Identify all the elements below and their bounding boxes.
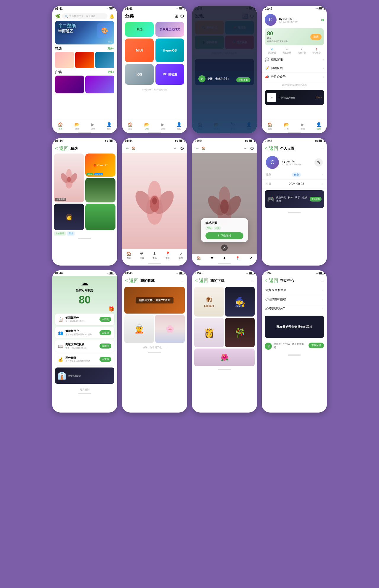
- ctrl-loc[interactable]: 📍 锁屏: [165, 251, 170, 260]
- points-ad-banner[interactable]: 👔 高端讲座活动: [55, 368, 114, 384]
- tab-home-4[interactable]: 🏠 首页: [267, 122, 272, 130]
- ctrl-home[interactable]: 🏠 首页: [126, 251, 131, 260]
- fav-abstract[interactable]: 🌸: [155, 315, 185, 343]
- ctrl-home-7[interactable]: 🏠: [197, 256, 201, 260]
- tab-cat-1[interactable]: 📂 分类: [74, 122, 79, 130]
- help-dl-btn[interactable]: 下载游戏: [309, 343, 324, 348]
- time-5: 01:44: [55, 139, 63, 143]
- ctrl-like[interactable]: ❤ 收藏: [140, 251, 144, 260]
- tab-cat-4[interactable]: 📂 分类: [284, 122, 289, 130]
- dl-item-char-3[interactable]: 🎋: [225, 318, 255, 347]
- edit-avatar-btn[interactable]: ✎: [314, 158, 323, 167]
- ctrl-loc-7[interactable]: 📍: [235, 256, 240, 260]
- selected-more[interactable]: 更多>: [107, 47, 114, 50]
- menu-follow[interactable]: 📣 关注公众号 ›: [262, 73, 327, 81]
- tab-motion-4[interactable]: ▶ 运动: [301, 122, 305, 130]
- dl-item-char-4[interactable]: 🌺: [194, 349, 255, 366]
- bell-icon[interactable]: 🔔: [109, 14, 114, 19]
- tab-cat-2[interactable]: 📂 分类: [144, 122, 149, 130]
- stat-help[interactable]: ❓ 帮助中心: [312, 48, 321, 54]
- plaza-thumb-2[interactable]: [85, 76, 114, 93]
- wall-item-rb[interactable]: [85, 178, 115, 202]
- thumb-1[interactable]: [55, 52, 74, 68]
- overlay-dl-btn[interactable]: ⬇ 下载海报: [205, 232, 243, 239]
- tab-motion-1[interactable]: ▶ 运动: [91, 122, 95, 130]
- tab-home-1[interactable]: 🏠 首页: [58, 122, 63, 130]
- back-button-6[interactable]: ←: [125, 146, 130, 151]
- options-icon-8[interactable]: ···: [321, 147, 324, 151]
- thumb-3[interactable]: [95, 52, 114, 68]
- options-icon-5[interactable]: ···: [111, 147, 114, 151]
- task-recharge-btn[interactable]: 去充值: [99, 357, 111, 362]
- back-button-8[interactable]: < 返回: [265, 146, 278, 152]
- options-12[interactable]: ···: [321, 279, 324, 283]
- game-ad-banner[interactable]: 🎮 换游戏统，抽神，终于，但缘枚余 下载游戏: [265, 190, 324, 208]
- tab-me-1[interactable]: 👤 我的: [107, 122, 112, 130]
- ctrl-dl-7[interactable]: ⬇: [223, 256, 226, 260]
- grid-icon[interactable]: ⊞: [174, 13, 178, 19]
- ad-banner[interactable]: TI TI 高精度实验室 活动 >: [265, 90, 324, 105]
- menu-service[interactable]: 💬 在线客服 ›: [262, 55, 327, 64]
- ctrl-share-7[interactable]: ↗: [249, 256, 252, 260]
- cat-ios[interactable]: IOS: [125, 64, 154, 85]
- game-dl-btn[interactable]: 立即下载: [236, 77, 250, 82]
- back-button-7[interactable]: ←: [195, 146, 200, 151]
- plaza-thumb-1[interactable]: [55, 76, 84, 93]
- stat-dl[interactable]: ⬇ 我的下载: [298, 48, 306, 54]
- dl-item-char-2[interactable]: 👸: [194, 318, 224, 347]
- gift-icon: 🎁: [108, 306, 114, 312]
- cat-hyperos[interactable]: HyperOS: [155, 39, 184, 62]
- cat-mc[interactable]: MC 酱动漫: [155, 64, 184, 85]
- cat-miui[interactable]: MIUI: [125, 39, 154, 62]
- overlay-tags: #CG 小米: [205, 226, 243, 230]
- back-button-12[interactable]: < 返回: [265, 278, 278, 284]
- task-invite-btn[interactable]: 去邀请: [99, 330, 111, 335]
- stat-fav[interactable]: ❤ 我的收藏: [283, 48, 291, 54]
- ad-cta[interactable]: 活动 >: [316, 96, 322, 99]
- dl-item-char-1[interactable]: 🧙: [225, 287, 255, 317]
- search-bar[interactable]: 🔍 怎么描述中来，等于描述: [62, 13, 107, 19]
- cat-featured[interactable]: 精选: [125, 22, 154, 37]
- help-item-disclaimer[interactable]: 免责 & 版权声明 ›: [262, 286, 327, 295]
- task-signin-btn[interactable]: 去签到: [99, 317, 111, 322]
- fav-char-1[interactable]: 🧝: [124, 315, 154, 343]
- cat-history[interactable]: 公众号历史推文: [155, 22, 184, 37]
- tab-motion-2[interactable]: ▶ 运动: [161, 122, 165, 130]
- invite-button[interactable]: 邀请: [310, 34, 322, 40]
- help-item-points[interactable]: 如何获取积分? ›: [262, 304, 327, 313]
- stat-points[interactable]: 💎 我的积分: [268, 48, 276, 54]
- help-ad-banner[interactable]: 现在开始帮你选择你的武将: [265, 316, 324, 338]
- menu-feedback[interactable]: 📝 问题反馈 ›: [262, 64, 327, 73]
- wall-item-tall[interactable]: 缤果羽翼: [54, 154, 84, 202]
- settings-icon-7[interactable]: ⚙: [250, 146, 254, 151]
- qr-icon[interactable]: ⊞: [321, 18, 324, 22]
- tab-home-2[interactable]: 🏠 首页: [128, 122, 133, 130]
- home-banner[interactable]: 半二壁纸 半而通乙 🎨 壁纸: [55, 21, 114, 44]
- settings-icon-6[interactable]: ⚙: [180, 146, 184, 151]
- ctrl-like-7[interactable]: ❤: [211, 256, 213, 260]
- thumb-2[interactable]: [75, 52, 94, 68]
- plaza-more[interactable]: 更多>: [107, 70, 114, 74]
- more-icon-7[interactable]: ···: [244, 146, 248, 151]
- wall-item-nature[interactable]: [85, 204, 115, 230]
- task-read-btn[interactable]: 去阅读: [99, 343, 111, 349]
- ctrl-dl[interactable]: ⬇ 下载: [152, 251, 157, 260]
- back-button-11[interactable]: < 返回: [195, 278, 208, 284]
- dl-game-btn[interactable]: 下载游戏: [310, 197, 322, 202]
- options-10[interactable]: ···: [181, 279, 184, 283]
- ctrl-share[interactable]: ↗ 分享: [179, 251, 183, 260]
- game-banner[interactable]: 龙 龙族：卡塞尔之门 立即下载: [195, 59, 254, 85]
- fav-item-wide[interactable]: 超多美女搭子 就止TT语育: [124, 287, 185, 314]
- tab-me-4[interactable]: 👤 我的: [316, 122, 321, 130]
- tab-me-2[interactable]: 👤 我的: [176, 122, 182, 130]
- wall-item-rt[interactable]: 🍎 iPhone 17 Apple #iPhone: [85, 154, 115, 177]
- more-icon-6[interactable]: ···: [174, 146, 178, 151]
- back-button-10[interactable]: < 返回: [125, 278, 139, 284]
- help-item-privacy[interactable]: 小程序隐私授权 ›: [262, 295, 327, 304]
- dl-item-leopard[interactable]: 豹 Leopard: [194, 287, 224, 317]
- options-11[interactable]: ···: [251, 279, 254, 283]
- settings-icon[interactable]: ⚙: [180, 13, 184, 19]
- back-button-5[interactable]: < 返回: [55, 146, 69, 152]
- overlay-close-btn[interactable]: ✕: [221, 245, 228, 251]
- wall-item-girl[interactable]: 👩: [54, 204, 84, 230]
